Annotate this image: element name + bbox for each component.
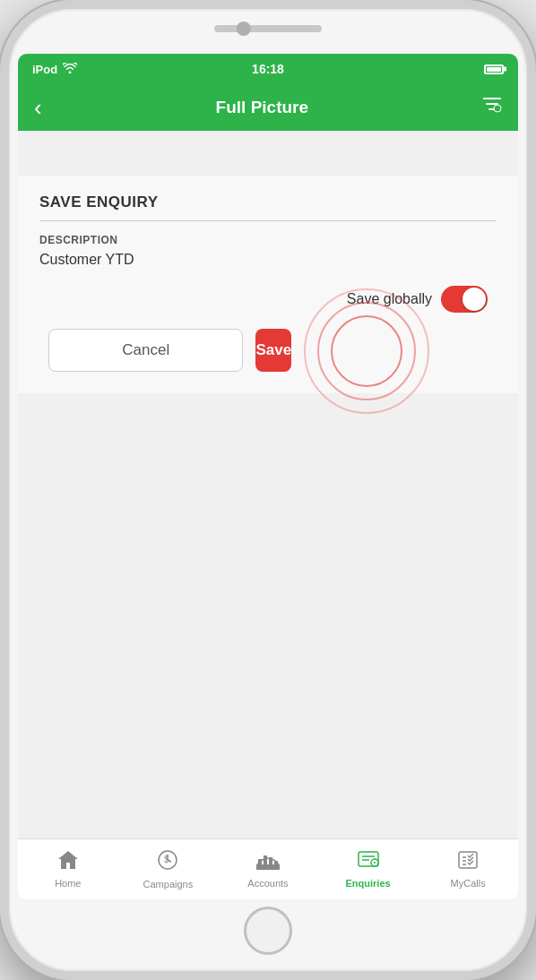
enquiries-tab-label: Enquiries <box>346 878 391 889</box>
ripple-1 <box>331 315 402 387</box>
home-tab-label: Home <box>55 878 81 889</box>
toggle-label: Save globally <box>347 291 432 307</box>
status-bar: iPod 16:18 <box>18 54 518 84</box>
button-row: Cancel Save <box>39 329 497 372</box>
save-enquiry-card: SAVE ENQUIRY DESCRIPTION Customer YTD Sa… <box>18 176 518 393</box>
carrier-label: iPod <box>32 63 57 76</box>
upper-gray-space <box>18 131 518 176</box>
screen: iPod 16:18 ‹ Full Picture <box>18 54 518 899</box>
status-time: 16:18 <box>252 62 284 76</box>
accounts-tab-label: Accounts <box>247 878 288 889</box>
tab-enquiries[interactable]: Enquiries <box>318 850 419 889</box>
svg-rect-5 <box>264 855 267 864</box>
mycalls-tab-label: MyCalls <box>451 878 486 889</box>
cancel-button[interactable]: Cancel <box>48 329 243 372</box>
content-area: SAVE ENQUIRY DESCRIPTION Customer YTD Sa… <box>18 131 518 838</box>
ripple-2 <box>317 302 416 400</box>
svg-text:$: $ <box>164 855 169 864</box>
phone-camera <box>237 21 251 36</box>
description-label: DESCRIPTION <box>39 234 497 246</box>
tab-accounts[interactable]: Accounts <box>218 850 318 889</box>
section-title: SAVE ENQUIRY <box>39 193 497 221</box>
accounts-tab-icon <box>256 850 280 875</box>
tab-mycalls[interactable]: MyCalls <box>418 850 518 889</box>
mycalls-tab-icon <box>457 850 479 875</box>
save-globally-toggle[interactable] <box>441 286 488 313</box>
tab-home[interactable]: Home <box>18 850 118 889</box>
home-button[interactable] <box>244 907 292 955</box>
back-button[interactable]: ‹ <box>34 94 42 122</box>
status-left: iPod <box>32 63 77 76</box>
phone-frame: ‹ iPod 16:18 ‹ <box>0 0 536 980</box>
wifi-icon <box>63 63 77 76</box>
lower-gray-space <box>18 393 518 483</box>
status-right <box>484 64 504 74</box>
tab-bar: Home $ Campaigns <box>18 838 518 899</box>
svg-rect-8 <box>259 863 261 868</box>
nav-title: Full Picture <box>216 98 308 117</box>
nav-bar: ‹ Full Picture <box>18 84 518 131</box>
battery-icon <box>484 64 504 74</box>
enquiries-tab-icon <box>357 850 380 875</box>
svg-point-0 <box>494 105 501 112</box>
campaigns-tab-label: Campaigns <box>143 879 194 890</box>
tab-campaigns[interactable]: $ Campaigns <box>118 849 219 890</box>
description-value: Customer YTD <box>39 252 497 268</box>
campaigns-tab-icon: $ <box>157 849 178 876</box>
filter-button[interactable] <box>482 95 502 120</box>
toggle-row: Save globally <box>39 286 497 313</box>
home-tab-icon <box>57 850 79 875</box>
save-button[interactable]: Save <box>255 329 291 372</box>
